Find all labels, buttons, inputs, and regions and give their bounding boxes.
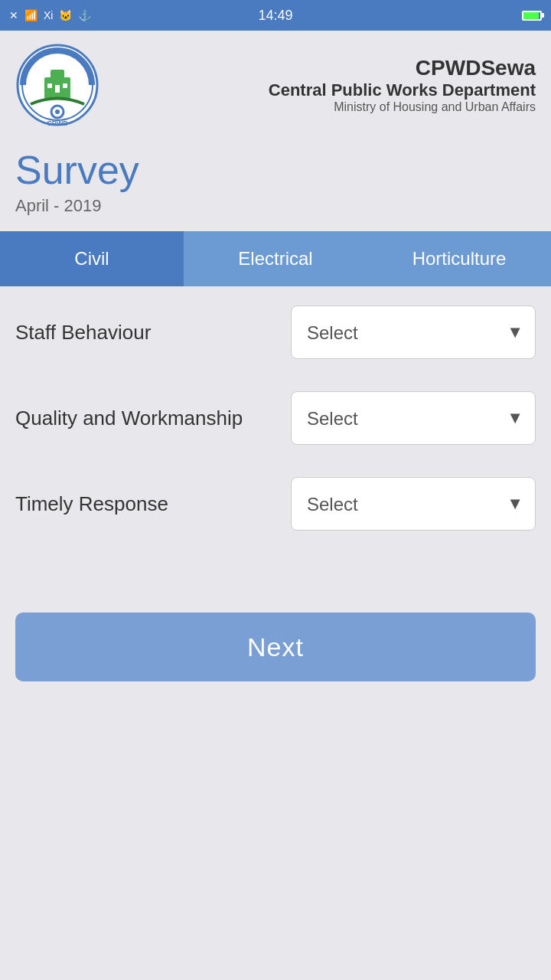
timely-response-wrapper: SelectExcellentGoodAveragePoor ▼ — [291, 477, 536, 531]
tabs-container: Civil Electrical Horticulture — [0, 231, 551, 286]
svg-rect-5 — [47, 83, 52, 88]
quality-workmanship-label: Quality and Workmanship — [15, 407, 291, 430]
svg-point-8 — [55, 109, 60, 114]
quality-workmanship-wrapper: SelectExcellentGoodAveragePoor ▼ — [291, 391, 536, 445]
svg-rect-6 — [63, 83, 67, 88]
staff-behaviour-label: Staff Behaviour — [15, 321, 291, 345]
survey-form: Staff Behaviour SelectExcellentGoodAvera… — [0, 286, 551, 574]
ministry-name: Ministry of Housing and Urban Affairs — [334, 100, 536, 114]
staff-behaviour-row: Staff Behaviour SelectExcellentGoodAvera… — [15, 302, 536, 363]
status-icons-left: ✕ 📶 Xi 🐱 ⚓ — [9, 9, 91, 21]
cat-icon: 🐱 — [59, 9, 72, 21]
status-icons-right — [522, 11, 542, 21]
staff-behaviour-wrapper: SelectExcellentGoodAveragePoor ▼ — [291, 305, 536, 359]
close-icon: ✕ — [9, 9, 18, 21]
status-bar: ✕ 📶 Xi 🐱 ⚓ 14:49 — [0, 0, 551, 31]
header-text-block: CPWDSewa Central Public Works Department… — [115, 56, 536, 114]
svg-rect-4 — [55, 85, 60, 93]
svg-rect-3 — [51, 70, 64, 79]
status-time: 14:49 — [258, 8, 292, 24]
page-title: Survey — [15, 147, 536, 193]
quality-workmanship-select[interactable]: SelectExcellentGoodAveragePoor — [291, 391, 536, 445]
timely-response-select[interactable]: SelectExcellentGoodAveragePoor — [291, 477, 536, 531]
timely-response-row: Timely Response SelectExcellentGoodAvera… — [15, 473, 536, 534]
staff-behaviour-select[interactable]: SelectExcellentGoodAveragePoor — [291, 305, 536, 359]
cpwd-logo: CPWD — [15, 43, 99, 127]
tab-horticulture[interactable]: Horticulture — [367, 231, 551, 286]
timely-response-label: Timely Response — [15, 492, 291, 516]
logo-container: CPWD — [15, 43, 99, 127]
quality-workmanship-row: Quality and Workmanship SelectExcellentG… — [15, 387, 536, 449]
next-button-container: Next — [0, 597, 551, 697]
next-button[interactable]: Next — [15, 612, 536, 681]
app-header: CPWD CPWDSewa Central Public Works Depar… — [0, 31, 551, 139]
tab-civil[interactable]: Civil — [0, 231, 184, 286]
signal-icon: Xi — [44, 9, 53, 21]
page-subtitle: April - 2019 — [15, 196, 536, 216]
usb-icon: ⚓ — [78, 9, 91, 21]
wifi-icon: 📶 — [24, 9, 37, 21]
tab-electrical[interactable]: Electrical — [184, 231, 367, 286]
page-title-section: Survey April - 2019 — [0, 139, 551, 219]
app-name: CPWDSewa — [416, 56, 536, 80]
department-name: Central Public Works Department — [269, 80, 536, 100]
battery-icon — [522, 11, 542, 21]
svg-text:CPWD: CPWD — [47, 119, 68, 127]
